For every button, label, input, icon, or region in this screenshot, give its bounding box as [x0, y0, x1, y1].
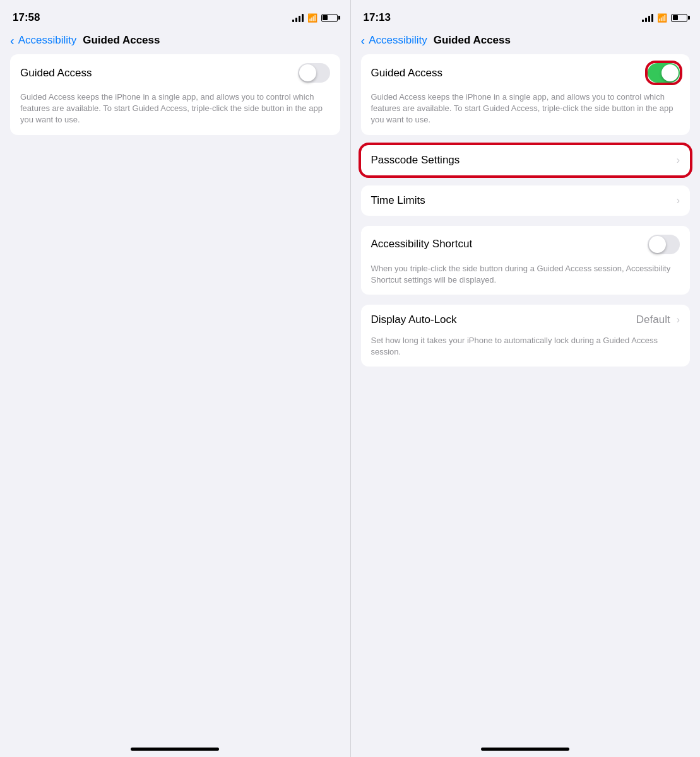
right-back-button[interactable]: Accessibility	[369, 34, 427, 47]
left-guided-access-label: Guided Access	[20, 67, 92, 79]
passcode-settings-section: Passcode Settings ›	[361, 145, 691, 175]
left-guided-access-row: Guided Access	[10, 54, 340, 91]
right-nav-bar: ‹ Accessibility Guided Access	[351, 32, 701, 54]
display-auto-lock-label: Display Auto-Lock	[371, 314, 457, 326]
left-status-time: 17:58	[13, 11, 40, 24]
time-limits-card[interactable]: Time Limits ›	[361, 185, 691, 216]
right-phone-screen: 17:13 📶 ‹ Accessibility Guided Access Gu…	[350, 0, 701, 757]
right-guided-access-toggle[interactable]	[648, 63, 680, 83]
right-signal-icon	[642, 13, 653, 22]
right-home-indicator	[481, 748, 569, 751]
right-guided-access-card: Guided Access Guided Access keeps the iP…	[361, 54, 691, 135]
left-back-chevron-icon: ‹	[10, 34, 15, 47]
right-wifi-icon: 📶	[657, 13, 667, 23]
time-limits-chevron-icon: ›	[677, 195, 680, 206]
left-content: Guided Access Guided Access keeps the iP…	[0, 54, 350, 748]
left-home-indicator	[131, 748, 219, 751]
left-guided-access-card: Guided Access Guided Access keeps the iP…	[10, 54, 340, 135]
accessibility-shortcut-description: When you triple-click the side button du…	[361, 263, 691, 295]
right-content: Guided Access Guided Access keeps the iP…	[351, 54, 701, 748]
passcode-chevron-icon: ›	[677, 155, 680, 166]
passcode-settings-row[interactable]: Passcode Settings ›	[361, 145, 691, 175]
left-nav-bar: ‹ Accessibility Guided Access	[0, 32, 350, 54]
display-auto-lock-section: Display Auto-Lock Default › Set how long…	[361, 305, 691, 367]
time-limits-section: Time Limits ›	[361, 185, 691, 216]
left-signal-icon	[292, 13, 304, 22]
left-battery-icon	[321, 14, 338, 22]
left-status-icons: 📶	[292, 13, 338, 23]
accessibility-shortcut-label: Accessibility Shortcut	[371, 238, 473, 250]
accessibility-shortcut-row: Accessibility Shortcut	[361, 226, 691, 263]
accessibility-shortcut-toggle[interactable]	[648, 235, 680, 254]
display-auto-lock-chevron-icon: ›	[677, 314, 680, 326]
left-guided-access-toggle[interactable]	[298, 63, 330, 83]
passcode-settings-card[interactable]: Passcode Settings ›	[361, 145, 691, 175]
right-status-bar: 17:13 📶	[351, 0, 701, 32]
left-nav-title: Guided Access	[83, 34, 160, 47]
right-nav-title: Guided Access	[434, 34, 511, 47]
right-toggle-highlight	[648, 63, 680, 83]
left-guided-access-description: Guided Access keeps the iPhone in a sing…	[10, 91, 340, 135]
left-phone-screen: 17:58 📶 ‹ Accessibility Guided Access Gu…	[0, 0, 350, 757]
display-auto-lock-description: Set how long it takes your iPhone to aut…	[361, 335, 691, 367]
left-back-button[interactable]: Accessibility	[18, 34, 77, 47]
right-guided-access-description: Guided Access keeps the iPhone in a sing…	[361, 91, 691, 135]
display-auto-lock-value: Default	[636, 314, 670, 326]
right-status-icons: 📶	[642, 13, 687, 23]
right-toggle-knob	[661, 64, 679, 81]
time-limits-row[interactable]: Time Limits ›	[361, 185, 691, 216]
right-back-chevron-icon: ‹	[361, 34, 365, 47]
display-auto-lock-row[interactable]: Display Auto-Lock Default ›	[361, 305, 691, 335]
right-guided-access-row: Guided Access	[361, 54, 691, 91]
accessibility-shortcut-section: Accessibility Shortcut When you triple-c…	[361, 226, 691, 295]
display-auto-lock-card: Display Auto-Lock Default › Set how long…	[361, 305, 691, 367]
passcode-settings-label: Passcode Settings	[371, 154, 677, 167]
accessibility-shortcut-toggle-knob	[649, 236, 666, 253]
right-status-time: 17:13	[364, 11, 391, 24]
right-guided-access-label: Guided Access	[371, 67, 442, 79]
right-battery-icon	[671, 14, 687, 22]
left-wifi-icon: 📶	[307, 13, 317, 23]
time-limits-label: Time Limits	[371, 194, 677, 207]
left-toggle-knob	[299, 64, 316, 81]
accessibility-shortcut-card: Accessibility Shortcut When you triple-c…	[361, 226, 691, 295]
left-status-bar: 17:58 📶	[0, 0, 350, 32]
